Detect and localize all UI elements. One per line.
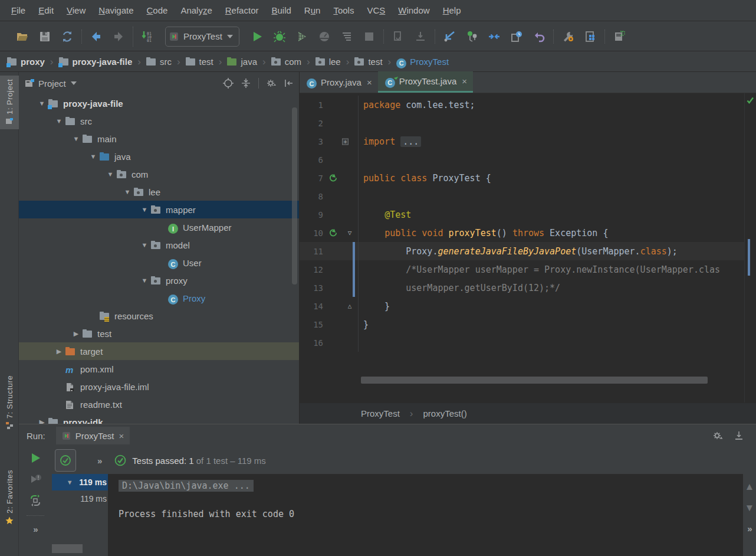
run-icon[interactable] (250, 30, 264, 44)
run-test-gutter-icon[interactable] (323, 174, 343, 182)
breadcrumb-method[interactable]: proxyTest() (423, 408, 467, 418)
tree-item-proxy-java-file[interactable]: ▼proxy-java-file (19, 94, 299, 112)
next-occurrence-icon[interactable]: ▼ (745, 502, 755, 514)
vcs-commit-icon[interactable] (465, 30, 479, 44)
breadcrumb-item-src[interactable]: src (145, 57, 173, 67)
menu-code[interactable]: Code (140, 5, 175, 15)
code-line-2[interactable]: 2 (300, 114, 756, 132)
expanded-arrow-icon[interactable]: ▼ (52, 117, 65, 125)
run-configuration-tab[interactable]: ProxyTest × (56, 427, 130, 444)
collapse-all-icon[interactable] (241, 78, 251, 89)
console-more-icon[interactable]: » (747, 524, 751, 534)
menu-file[interactable]: File (5, 5, 32, 15)
project-structure-icon[interactable] (583, 30, 597, 44)
fold-marker-icon[interactable]: △ (343, 302, 356, 310)
hide-panel-icon[interactable] (284, 78, 294, 89)
profiler-icon[interactable] (317, 30, 331, 44)
expanded-arrow-icon[interactable]: ▼ (138, 206, 151, 213)
tree-item-User[interactable]: CUser (19, 254, 299, 272)
tree-item-model[interactable]: ▼model (19, 236, 299, 254)
code-line-12[interactable]: 12 /*UserMapper userMapper = Proxy.newIn… (300, 260, 756, 279)
tab-close-icon[interactable]: × (367, 77, 372, 87)
locate-file-icon[interactable] (223, 78, 234, 89)
update-code-icon[interactable]: 011001 (140, 30, 155, 44)
tree-item-main[interactable]: ▼main (19, 130, 299, 148)
menu-view[interactable]: View (60, 5, 92, 15)
expanded-arrow-icon[interactable]: ▼ (104, 171, 117, 178)
sync-icon[interactable] (60, 30, 74, 44)
tree-item-UserMapper[interactable]: IUserMapper (19, 218, 299, 236)
tree-item-mapper[interactable]: ▼mapper (19, 201, 299, 218)
show-passed-filter-button[interactable] (55, 449, 76, 472)
prev-occurrence-icon[interactable]: ▲ (745, 481, 755, 493)
editor-tab-ProxyTest.java[interactable]: CProxyTest.java× (378, 71, 473, 93)
collapsed-arrow-icon[interactable]: ▶ (35, 418, 48, 424)
tree-item-proxy[interactable]: ▼proxy (19, 272, 299, 289)
code-line-11[interactable]: 11 Proxy.generateJavaFileByJavaPoet(User… (300, 242, 756, 260)
tree-item-target[interactable]: ▶target (19, 342, 299, 360)
code-line-13[interactable]: 13 userMapper.getUserById(12);*/ (300, 279, 756, 297)
code-line-1[interactable]: 1package com.lee.test; (300, 96, 756, 114)
tree-item-test[interactable]: ▶test (19, 325, 299, 342)
tree-item-src[interactable]: ▼src (19, 112, 299, 130)
settings-icon[interactable] (561, 30, 575, 44)
tree-item-pom.xml[interactable]: mpom.xml (19, 360, 299, 378)
code-line-9[interactable]: 9 @Test (300, 205, 756, 224)
menu-vcs[interactable]: VCS (360, 5, 392, 15)
vcs-pin-icon[interactable] (487, 30, 501, 44)
vcs-rollback-icon[interactable] (532, 30, 546, 44)
breadcrumb-item-proxy-java-file[interactable]: proxy-java-file (58, 57, 134, 67)
more-actions-icon[interactable]: » (33, 524, 37, 534)
collapsed-arrow-icon[interactable]: ▶ (52, 348, 65, 355)
collapsed-arrow-icon[interactable]: ▶ (70, 330, 83, 338)
breadcrumb-item-proxy[interactable]: proxy (6, 57, 46, 67)
menu-window[interactable]: Window (392, 5, 436, 15)
menu-build[interactable]: Build (265, 5, 297, 15)
menu-run[interactable]: Run (298, 5, 327, 15)
tree-item-proxy-java-file.iml[interactable]: proxy-java-file.iml (19, 378, 299, 395)
code-editor[interactable]: 1package com.lee.test;23+import ...67pub… (300, 93, 756, 403)
expanded-arrow-icon[interactable]: ▼ (65, 479, 74, 486)
breadcrumb-item-com[interactable]: com (270, 57, 303, 67)
expanded-arrow-icon[interactable]: ▼ (87, 153, 100, 160)
editor-error-stripe[interactable] (744, 93, 756, 403)
stop-icon[interactable] (362, 30, 376, 44)
menu-refactor[interactable]: Refactor (219, 5, 265, 15)
fold-marker-icon[interactable]: ▽ (343, 229, 356, 237)
project-panel-title[interactable]: Project (38, 79, 66, 89)
menu-navigate[interactable]: Navigate (92, 5, 140, 15)
tool-window-button-project[interactable]: 1: Project (0, 76, 19, 129)
run-dashboard-1-icon[interactable] (391, 30, 405, 44)
tool-window-button-favorites[interactable]: 2: Favorites (0, 466, 19, 528)
open-project-icon[interactable] (15, 30, 29, 44)
breadcrumb-item-java[interactable]: java (226, 57, 258, 67)
coverage-icon[interactable] (295, 30, 309, 44)
run-configuration-combo[interactable]: ProxyTest (165, 27, 239, 47)
test-tree-row[interactable]: 119 ms (52, 490, 108, 507)
run-tab-close-icon[interactable]: × (119, 431, 124, 441)
back-icon[interactable] (89, 30, 103, 44)
code-line-8[interactable]: 8 (300, 187, 756, 205)
save-all-icon[interactable] (38, 30, 52, 44)
forward-icon[interactable] (111, 30, 126, 44)
project-tree-scrollbar[interactable] (292, 107, 297, 284)
breadcrumb-item-lee[interactable]: lee (314, 57, 342, 67)
run-test-gutter-icon[interactable] (323, 228, 343, 237)
menu-analyze[interactable]: Analyze (174, 5, 218, 15)
code-line-14[interactable]: 14△ } (300, 297, 756, 315)
code-line-10[interactable]: 10▽ public void proxyTest() throws Excep… (300, 224, 756, 242)
project-view-caret-icon[interactable] (71, 81, 77, 85)
test-tree-scrollbar[interactable] (52, 544, 83, 553)
search-everywhere-plugin-icon[interactable] (612, 30, 626, 44)
menu-edit[interactable]: Edit (32, 5, 60, 15)
breadcrumb-item-test[interactable]: test (185, 57, 215, 67)
editor-tab-Proxy.java[interactable]: CProxy.java× (300, 71, 378, 93)
code-line-16[interactable]: 16 (300, 333, 756, 352)
tree-item-readme.txt[interactable]: readme.txt (19, 395, 299, 413)
rerun-tests-icon[interactable] (29, 452, 42, 465)
tree-item-lee[interactable]: ▼lee (19, 183, 299, 201)
code-line-3[interactable]: 3+import ... (300, 132, 756, 151)
hide-run-panel-icon[interactable] (734, 430, 744, 441)
run-settings-gear-icon[interactable] (712, 430, 723, 441)
tree-item-proxy-jdk[interactable]: ▶proxy-jdk (19, 413, 299, 424)
